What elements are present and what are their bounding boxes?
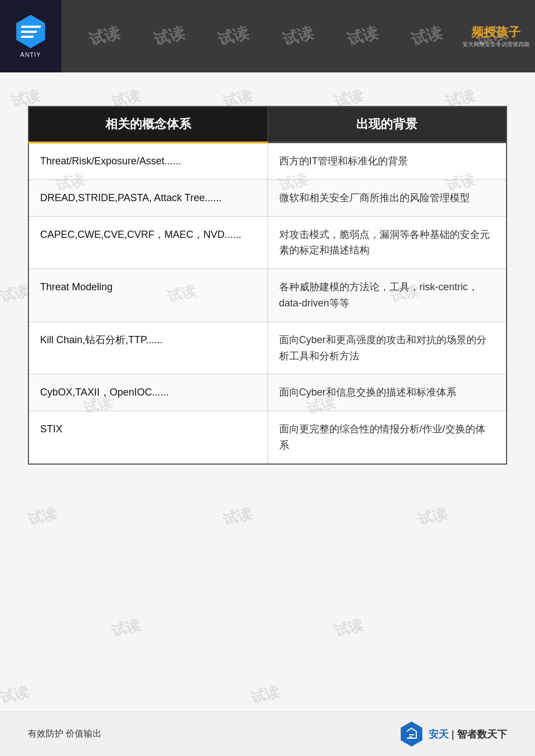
header-wm-4: 试读 xyxy=(280,22,316,50)
table-cell-right-5: 面向Cyber和信息交换的描述和标准体系 xyxy=(268,374,507,411)
logo-lines xyxy=(17,21,45,42)
header-wm-3: 试读 xyxy=(216,22,251,50)
header-wm-2: 试读 xyxy=(152,22,187,50)
header-right-logo: 频授孩子 安天网络安全冬训营第四期 xyxy=(463,14,529,58)
logo-line-2 xyxy=(21,31,37,33)
table-header-row: 相关的概念体系 出现的背景 xyxy=(28,106,507,143)
table-row: CAPEC,CWE,CVE,CVRF，MAEC，NVD......对攻击模式，脆… xyxy=(28,216,507,269)
footer-logo-separator: | xyxy=(451,729,454,740)
header-right-logo-sub: 安天网络安全冬训营第四期 xyxy=(463,41,529,48)
footer-logo-icon xyxy=(399,721,424,747)
footer-brand-name: 安天 xyxy=(429,729,449,740)
table-header-right: 出现的背景 xyxy=(268,106,507,143)
table-cell-right-2: 对攻击模式，脆弱点，漏洞等各种基础的安全元素的标定和描述结构 xyxy=(268,216,507,269)
table-cell-right-0: 西方的IT管理和标准化的背景 xyxy=(268,143,507,180)
table-cell-left-1: DREAD,STRIDE,PASTA, Attack Tree...... xyxy=(28,179,268,216)
table-cell-right-1: 微软和相关安全厂商所推出的风险管理模型 xyxy=(268,179,507,216)
main-content: 相关的概念体系 出现的背景 Threat/Risk/Exposure/Asset… xyxy=(0,72,535,756)
footer-logo-svg xyxy=(405,727,419,741)
header-right-logo-text: 频授孩子 xyxy=(471,24,521,41)
logo-line-1 xyxy=(21,26,41,28)
footer-logo-sub: 智者数天下 xyxy=(457,729,507,740)
logo-hexagon xyxy=(14,15,47,48)
footer: 有效防护 价值输出 安天 | 智者数天下 xyxy=(0,711,535,756)
table-cell-right-4: 面向Cyber和更高强度的攻击和对抗的场景的分析工具和分析方法 xyxy=(268,321,507,374)
table-cell-left-0: Threat/Risk/Exposure/Asset...... xyxy=(28,143,268,180)
table-row: DREAD,STRIDE,PASTA, Attack Tree......微软和… xyxy=(28,179,507,216)
table-cell-left-5: CybOX,TAXII，OpenIOC...... xyxy=(28,374,268,411)
table-row: Threat Modeling各种威胁建模的方法论，工具，risk-centri… xyxy=(28,269,507,322)
header: ANTIY 试读 试读 试读 试读 试读 试读 试读 频授孩子 安天网络安全冬训… xyxy=(0,0,535,72)
header-wm-5: 试读 xyxy=(345,22,381,50)
table-row: CybOX,TAXII，OpenIOC......面向Cyber和信息交换的描述… xyxy=(28,374,507,411)
logo-line-3 xyxy=(21,36,33,38)
table-header-left: 相关的概念体系 xyxy=(28,106,268,143)
table-row: Kill Chain,钻石分析,TTP......面向Cyber和更高强度的攻击… xyxy=(28,321,507,374)
footer-logo-brand: 安天 | 智者数天下 xyxy=(429,728,507,741)
table-cell-left-4: Kill Chain,钻石分析,TTP...... xyxy=(28,321,268,374)
table-cell-right-6: 面向更完整的综合性的情报分析/作业/交换的体系 xyxy=(268,411,507,464)
table-body: Threat/Risk/Exposure/Asset......西方的IT管理和… xyxy=(28,143,507,464)
footer-right: 安天 | 智者数天下 xyxy=(399,721,507,747)
table-cell-right-3: 各种威胁建模的方法论，工具，risk-centric，data-driven等等 xyxy=(268,269,507,322)
main-table: 相关的概念体系 出现的背景 Threat/Risk/Exposure/Asset… xyxy=(28,106,507,465)
logo-text: ANTIY xyxy=(20,51,41,58)
logo-area: ANTIY xyxy=(0,0,61,72)
table-cell-left-3: Threat Modeling xyxy=(28,269,268,322)
table-cell-left-2: CAPEC,CWE,CVE,CVRF，MAEC，NVD...... xyxy=(28,216,268,269)
header-wm-6: 试读 xyxy=(409,22,445,50)
header-wm-1: 试读 xyxy=(87,22,123,50)
table-row: STIX面向更完整的综合性的情报分析/作业/交换的体系 xyxy=(28,411,507,464)
table-row: Threat/Risk/Exposure/Asset......西方的IT管理和… xyxy=(28,143,507,180)
table-cell-left-6: STIX xyxy=(28,411,268,464)
footer-left-text: 有效防护 价值输出 xyxy=(28,728,101,740)
